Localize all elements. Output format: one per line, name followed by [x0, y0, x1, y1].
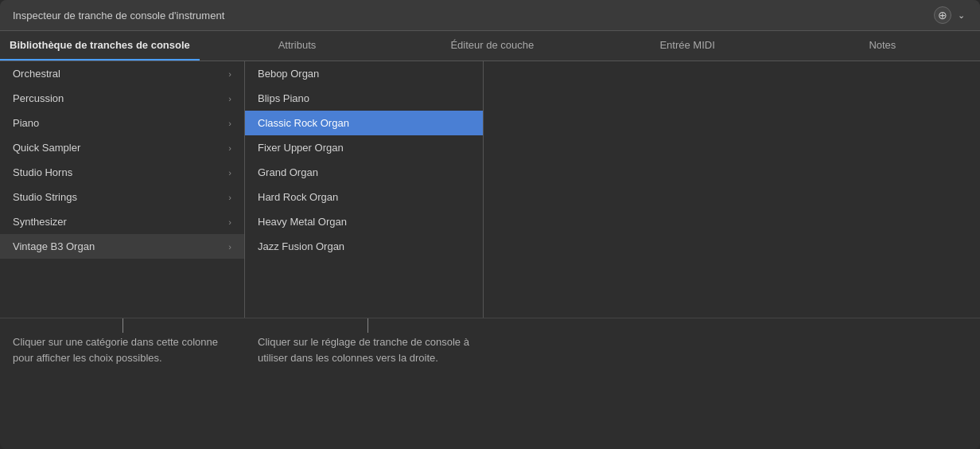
annotation-left-text: Cliquer sur une catégorie dans cette col… [13, 336, 218, 364]
list-item-hard-rock-organ[interactable]: Hard Rock Organ [245, 185, 483, 209]
annotation-empty [484, 318, 980, 449]
tab-midi-input[interactable]: Entrée MIDI [589, 31, 784, 61]
chevron-down-icon[interactable]: ⌄ [955, 6, 967, 24]
chevron-right-icon: › [228, 193, 231, 202]
content-area: Orchestral › Percussion › Piano › Quick … [0, 61, 980, 318]
chevron-right-icon: › [228, 94, 231, 103]
tab-notes[interactable]: Notes [785, 31, 980, 61]
list-item-blips-piano[interactable]: Blips Piano [245, 86, 483, 111]
title-controls: ⊕ ⌄ [934, 6, 967, 24]
tab-bar: Bibliothèque de tranches de console Attr… [0, 31, 980, 61]
chevron-right-icon: › [228, 69, 231, 79]
annotation-section: Cliquer sur une catégorie dans cette col… [0, 318, 980, 449]
preset-column: Bebop Organ Blips Piano Classic Rock Org… [245, 61, 484, 318]
detail-column [484, 61, 980, 318]
list-item-heavy-metal-organ[interactable]: Heavy Metal Organ [245, 209, 483, 234]
annotation-right: Cliquer sur le réglage de tranche de con… [245, 318, 484, 449]
chevron-right-icon: › [228, 242, 231, 252]
list-item-bebop-organ[interactable]: Bebop Organ [245, 61, 483, 86]
list-item-grand-organ[interactable]: Grand Organ [245, 160, 483, 185]
list-item-jazz-fusion-organ[interactable]: Jazz Fusion Organ [245, 234, 483, 259]
sidebar-item-percussion[interactable]: Percussion › [0, 86, 244, 111]
list-item-fixer-upper-organ[interactable]: Fixer Upper Organ [245, 135, 483, 160]
instrument-inspector-window: Inspecteur de tranche de console d'instr… [0, 0, 980, 449]
sidebar-item-synthesizer[interactable]: Synthesizer › [0, 209, 244, 234]
category-column: Orchestral › Percussion › Piano › Quick … [0, 61, 245, 318]
annotation-left: Cliquer sur une catégorie dans cette col… [0, 318, 245, 449]
add-icon: ⊕ [938, 9, 947, 21]
sidebar-item-orchestral[interactable]: Orchestral › [0, 61, 244, 86]
window-title: Inspecteur de tranche de console d'instr… [13, 10, 224, 21]
chevron-right-icon: › [228, 143, 231, 153]
title-bar: Inspecteur de tranche de console d'instr… [0, 0, 980, 31]
sidebar-item-studio-strings[interactable]: Studio Strings › [0, 185, 244, 209]
chevron-right-icon: › [228, 168, 231, 178]
sidebar-item-studio-horns[interactable]: Studio Horns › [0, 160, 244, 185]
tab-library[interactable]: Bibliothèque de tranches de console [0, 31, 200, 61]
annotation-line-left [122, 318, 123, 333]
chevron-right-icon: › [228, 119, 231, 128]
list-item-classic-rock-organ[interactable]: Classic Rock Organ [245, 111, 483, 135]
sidebar-item-vintage-b3[interactable]: Vintage B3 Organ › [0, 234, 244, 259]
chevron-right-icon: › [228, 217, 231, 227]
tab-layer-editor[interactable]: Éditeur de couche [395, 31, 589, 61]
tab-attributes[interactable]: Attributs [200, 31, 395, 61]
annotation-right-text: Cliquer sur le réglage de tranche de con… [258, 336, 469, 364]
annotation-line-right [368, 318, 368, 333]
sidebar-item-quick-sampler[interactable]: Quick Sampler › [0, 135, 244, 160]
add-button[interactable]: ⊕ [934, 6, 951, 24]
sidebar-item-piano[interactable]: Piano › [0, 111, 244, 135]
